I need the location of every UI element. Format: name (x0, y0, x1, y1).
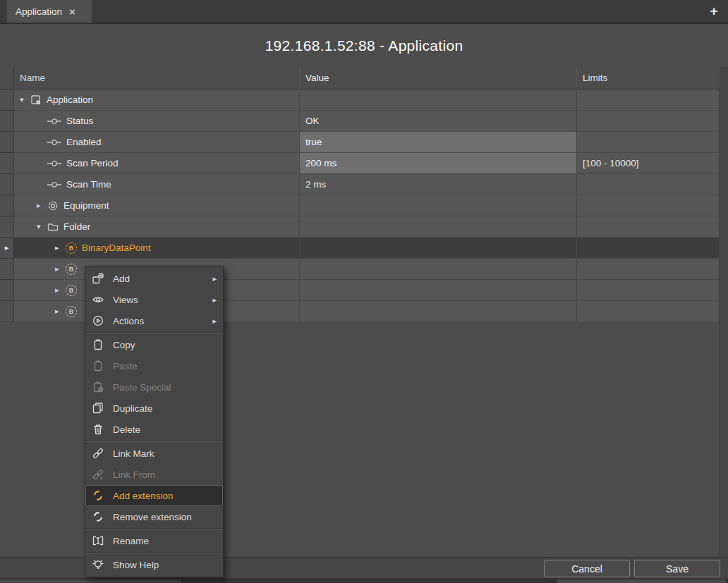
menu-item-add[interactable]: Add ▸ (85, 268, 223, 289)
link-from-icon (92, 468, 104, 481)
table-row-folder[interactable]: ▾ Folder (0, 216, 728, 238)
add-icon (92, 272, 104, 285)
menu-item-label: Link Mark (113, 448, 217, 459)
tab-label: Application (16, 6, 62, 17)
column-header-limits[interactable]: Limits (577, 67, 720, 89)
limits-cell (577, 90, 720, 111)
menu-separator (85, 552, 223, 553)
expander-expanded-icon[interactable]: ▾ (37, 222, 47, 231)
value-cell[interactable] (300, 301, 577, 322)
expander-collapsed-icon[interactable]: ▸ (55, 286, 66, 295)
application-window: Application × + 192.168.1.52:88 - Applic… (0, 0, 728, 583)
column-header-name[interactable]: Name (14, 67, 300, 89)
submenu-arrow-icon: ▸ (212, 295, 217, 305)
menu-item-label: Add extension (113, 491, 217, 501)
rename-icon (92, 534, 104, 547)
menu-item-add-extension[interactable]: Add extension (85, 485, 223, 506)
close-tab-icon[interactable]: × (69, 6, 75, 17)
vertical-scrollbar[interactable] (720, 67, 728, 557)
table-row-scan-period[interactable]: Scan Period 200 ms [100 - 10000] (0, 153, 728, 174)
value-cell[interactable] (300, 195, 577, 216)
expander-collapsed-icon[interactable]: ▸ (55, 264, 66, 274)
datapoint-icon: B (66, 306, 77, 317)
table-row-scan-time[interactable]: Scan Time 2 ms (0, 174, 728, 195)
expander-collapsed-icon[interactable]: ▸ (55, 243, 66, 252)
table-row-equipment[interactable]: ▸ Equipment (0, 195, 728, 216)
tree-cell: ▾ Folder (14, 216, 300, 238)
save-button[interactable]: Save (634, 560, 720, 577)
value-cell-editable[interactable]: true (300, 132, 577, 153)
menu-item-copy[interactable]: Copy (85, 334, 223, 355)
table-row-enabled[interactable]: Enabled true (0, 132, 728, 153)
expander-collapsed-icon[interactable]: ▸ (55, 307, 66, 316)
value-cell[interactable] (300, 238, 577, 259)
datapoint-icon: B (66, 285, 77, 296)
row-label: BinaryDataPoint (82, 243, 151, 253)
value-cell[interactable]: OK (300, 111, 577, 132)
selected-row-indicator-icon: ▸ (0, 238, 14, 259)
tab-application[interactable]: Application × (7, 0, 92, 23)
expander-collapsed-icon[interactable]: ▸ (37, 201, 47, 210)
menu-item-label: Delete (113, 424, 217, 435)
new-tab-button[interactable]: + (705, 3, 722, 20)
menu-separator (85, 441, 223, 442)
expander-expanded-icon[interactable]: ▾ (20, 95, 30, 104)
row-label: Scan Period (66, 158, 119, 168)
value-cell[interactable] (300, 90, 577, 111)
menu-item-label: Remove extension (113, 512, 217, 522)
context-menu: Add ▸ Views ▸ Actions ▸ Copy (85, 266, 224, 577)
value-cell[interactable] (300, 280, 577, 301)
menu-item-paste-special: Paste Special (85, 376, 223, 398)
tree-cell: Scan Period (14, 153, 300, 174)
menu-item-label: Views (113, 295, 212, 305)
application-icon (30, 94, 42, 106)
table-row-binarydatapoint-selected[interactable]: ▸ ▸ B BinaryDataPoint (0, 238, 728, 259)
bottom-panel-edge (0, 578, 728, 583)
menu-item-remove-extension[interactable]: Remove extension (85, 506, 223, 527)
row-label: Enabled (66, 137, 102, 147)
table-row-status[interactable]: Status OK (0, 111, 728, 132)
row-gutter (0, 111, 14, 132)
limits-cell (577, 216, 720, 238)
menu-item-delete[interactable]: Delete (85, 419, 223, 440)
limits-cell: [100 - 10000] (577, 153, 720, 174)
menu-item-label: Actions (113, 316, 212, 326)
submenu-arrow-icon: ▸ (212, 274, 217, 283)
actions-icon (92, 314, 104, 327)
limits-cell (577, 238, 720, 259)
menu-item-link-mark[interactable]: Link Mark (85, 443, 223, 464)
column-header-value[interactable]: Value (300, 67, 577, 89)
row-gutter (0, 280, 14, 301)
value-cell[interactable] (300, 259, 577, 280)
bottom-panel-segment (0, 579, 181, 583)
duplicate-icon (92, 402, 104, 415)
menu-item-actions[interactable]: Actions ▸ (85, 310, 223, 331)
menu-item-label: Rename (113, 536, 217, 546)
limits-cell (577, 301, 720, 322)
tree-cell: Status (14, 111, 300, 132)
menu-item-label: Copy (113, 340, 217, 350)
menu-item-rename[interactable]: Rename (85, 530, 223, 551)
equipment-gear-icon (47, 200, 59, 211)
cancel-button[interactable]: Cancel (544, 560, 630, 577)
remove-extension-icon (92, 510, 104, 523)
paste-special-icon (92, 381, 104, 393)
menu-item-paste: Paste (85, 355, 223, 376)
value-cell-editable[interactable]: 200 ms (300, 153, 577, 174)
menu-item-show-help[interactable]: Show Help (85, 554, 223, 575)
menu-separator (85, 528, 223, 529)
menu-item-views[interactable]: Views ▸ (85, 289, 223, 310)
delete-icon (92, 423, 104, 436)
row-gutter (0, 153, 14, 174)
copy-icon (92, 338, 104, 351)
views-icon (92, 293, 104, 306)
tree-cell: Enabled (14, 132, 300, 153)
menu-item-duplicate[interactable]: Duplicate (85, 398, 223, 419)
value-cell[interactable] (300, 216, 577, 238)
add-extension-icon (92, 489, 104, 502)
table-row-application[interactable]: ▾ Application (0, 90, 728, 111)
value-cell[interactable]: 2 ms (300, 174, 577, 195)
bottom-panel-segment (557, 579, 726, 583)
tree-cell: ▸ B BinaryDataPoint (14, 238, 300, 259)
limits-cell (577, 259, 720, 280)
